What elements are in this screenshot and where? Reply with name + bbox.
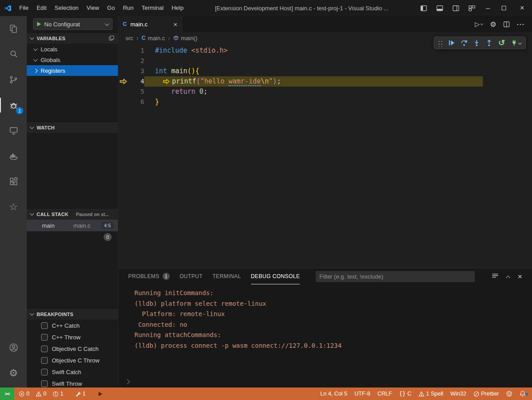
section-title: VARIABLES [37,36,66,41]
debug-play-icon [97,391,103,397]
section-title: BREAKPOINTS [37,312,73,317]
code-editor[interactable]: 1#include <stdio.h>23int main(){4 printf… [118,44,532,268]
gutter-glyph-margin[interactable] [118,97,128,107]
infos-status[interactable]: 1 [50,391,66,397]
spell-checker-status[interactable]: 1 Spell [416,391,446,397]
callstack-frame[interactable]: main main.c 4:5 [27,220,118,231]
breakpoints-section-header[interactable]: BREAKPOINTS [27,308,118,320]
tab-debug-console[interactable]: DEBUG CONSOLE [251,268,300,284]
continue-button[interactable] [445,38,458,48]
tab-main-c[interactable]: C main.c × [118,16,182,32]
warnings-status[interactable]: 0 [33,391,49,397]
configure-gear-icon[interactable]: ⚙ [490,20,496,29]
gutter-glyph-margin[interactable] [118,46,128,56]
search-icon[interactable] [0,42,27,67]
breakpoint-checkbox[interactable] [41,369,48,375]
menu-item[interactable]: Run [119,0,138,16]
menu-item[interactable]: View [83,0,103,16]
tab-terminal[interactable]: TERMINAL [213,268,241,284]
accounts-icon[interactable] [0,335,27,360]
language-mode[interactable]: {} C [397,391,414,397]
breakpoint-row[interactable]: Objective C Throw [27,354,118,366]
variables-item-registers[interactable]: Registers [27,65,118,76]
errors-status[interactable]: 0 [16,391,32,397]
gutter-glyph-margin[interactable] [118,56,128,66]
remote-explorer-icon[interactable] [0,118,27,143]
customize-layout-icon[interactable] [464,0,479,16]
menu-item[interactable]: Edit [33,0,50,16]
watch-section-header[interactable]: WATCH [27,121,118,133]
step-out-button[interactable] [483,38,495,48]
platform-status[interactable]: Win32 [448,391,469,397]
menu-item[interactable]: Go [103,0,119,16]
breakpoint-row[interactable]: Swift Throw [27,378,118,388]
close-tab-icon[interactable]: × [173,21,177,28]
settings-gear-icon[interactable]: ⚙ [0,360,27,386]
breakpoint-row[interactable]: C++ Catch [27,320,118,331]
step-into-button[interactable] [470,38,483,48]
minimize-button[interactable]: ─ [480,0,495,16]
breakpoint-checkbox[interactable] [41,357,48,364]
copy-value-icon[interactable] [109,35,114,41]
breakpoint-row[interactable]: C++ Throw [27,331,118,343]
step-over-button[interactable] [458,38,470,48]
variables-item-globals[interactable]: Globals [27,54,118,65]
toggle-panel-icon[interactable] [432,0,447,16]
debug-config-dropdown[interactable]: No Configurat [33,18,113,30]
start-debug-icon[interactable] [37,22,41,26]
close-panel-icon[interactable]: × [518,273,522,280]
console-filter-input[interactable] [316,271,475,282]
toggle-secondary-sidebar-icon[interactable] [448,0,463,16]
source-control-icon[interactable] [0,67,27,92]
gutter-glyph-margin[interactable] [118,87,128,97]
breakpoint-checkbox[interactable] [41,380,48,387]
gutter-glyph-margin[interactable] [118,66,128,76]
console-lines-icon[interactable] [492,272,498,280]
breakpoint-checkbox[interactable] [41,322,48,329]
menu-item[interactable]: Terminal [138,0,168,16]
maximize-button[interactable] [496,0,511,16]
restart-button[interactable]: ↺ [495,38,508,48]
breakpoint-row[interactable]: Swift Catch [27,366,118,378]
run-or-debug-button[interactable]: ▷ [475,21,483,28]
notifications-bell-icon[interactable] [517,391,528,397]
variables-section-header[interactable]: VARIABLES [27,32,118,44]
variables-item-locals[interactable]: Locals [27,44,118,54]
tab-problems[interactable]: PROBLEMS 1 [128,268,170,284]
current-line-breakpoint-icon[interactable] [118,76,128,87]
remote-indicator[interactable]: >< [0,388,14,400]
favorites-star-icon[interactable]: ☆ [0,194,27,220]
toolchain-status[interactable]: 1 [72,391,88,397]
toggle-sidebar-icon[interactable] [416,0,431,16]
split-editor-icon[interactable] [503,21,510,27]
breakpoint-label: Swift Catch [52,369,81,375]
warning-icon [419,391,424,397]
tab-output[interactable]: OUTPUT [180,268,203,284]
encoding-status[interactable]: UTF-8 [352,391,373,397]
close-button[interactable]: × [512,0,532,16]
more-actions-icon[interactable]: ··· [517,21,525,28]
chevron-down-icon [30,311,34,316]
breakpoint-checkbox[interactable] [41,334,48,341]
debug-launch-status[interactable] [95,391,106,397]
cursor-position[interactable]: Ln 4, Col 5 [318,391,350,397]
feedback-smiley-icon[interactable] [503,391,515,397]
callstack-section-header[interactable]: CALL STACK Paused on st... [27,208,118,220]
eol-status[interactable]: CRLF [375,391,395,397]
drag-handle-icon[interactable] [437,39,443,47]
breadcrumb-folder[interactable]: src [126,35,133,42]
breakpoint-row[interactable]: Objective C Catch [27,343,118,354]
maximize-panel-icon[interactable] [506,275,511,280]
breadcrumb-file[interactable]: C main.c [142,35,165,42]
menu-item[interactable]: Selection [50,0,82,16]
explorer-icon[interactable] [0,16,27,42]
run-and-debug-icon[interactable]: 1 [0,92,27,118]
breadcrumb-symbol[interactable]: main() [173,35,197,42]
formatter-status[interactable]: Prettier [471,391,502,397]
docker-icon[interactable] [0,143,27,169]
menu-item[interactable]: Help [168,0,188,16]
breakpoint-checkbox[interactable] [41,346,48,352]
extensions-icon[interactable] [0,169,27,194]
menu-item[interactable]: File [15,0,33,16]
debug-console-input[interactable] [118,376,532,388]
